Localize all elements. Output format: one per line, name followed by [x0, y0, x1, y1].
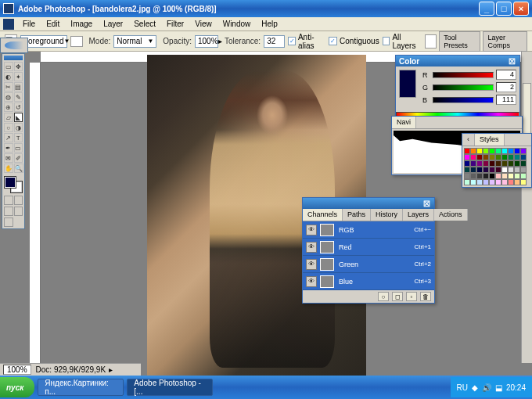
- wand-tool[interactable]: ✦: [14, 72, 23, 81]
- eyedropper-tool[interactable]: ✐: [14, 153, 23, 163]
- swatch[interactable]: [483, 173, 489, 179]
- swatch[interactable]: [514, 160, 520, 167]
- hand-tool[interactable]: ✋: [4, 164, 13, 173]
- opacity-input[interactable]: 100%▸: [195, 35, 218, 48]
- status-arrow-icon[interactable]: ▸: [109, 365, 113, 374]
- bucket-tool[interactable]: ◣: [14, 113, 23, 122]
- navigator-tab[interactable]: Navi: [392, 117, 416, 128]
- swatch[interactable]: [508, 173, 514, 179]
- swatch[interactable]: [501, 179, 508, 185]
- swatch[interactable]: [495, 179, 501, 185]
- swatch[interactable]: [470, 160, 476, 167]
- foreground-color[interactable]: [5, 177, 16, 188]
- swatch[interactable]: [476, 154, 483, 160]
- swatch[interactable]: [489, 154, 495, 160]
- channel-row-blue[interactable]: 👁BlueCtrl+3: [303, 273, 434, 290]
- jump-to-ir[interactable]: [4, 217, 13, 227]
- swatch[interactable]: [483, 154, 489, 160]
- tab-layers[interactable]: Layers: [403, 209, 434, 221]
- channel-row-red[interactable]: 👁RedCtrl+1: [303, 239, 434, 256]
- shape-tool[interactable]: ▭: [14, 143, 23, 153]
- swatch[interactable]: [508, 148, 514, 154]
- swatch[interactable]: [489, 148, 495, 154]
- all-layers-checkbox[interactable]: All Layers: [383, 33, 422, 50]
- channel-row-green[interactable]: 👁GreenCtrl+2: [303, 256, 434, 273]
- b-value[interactable]: 111: [496, 95, 516, 105]
- b-slider[interactable]: [433, 97, 494, 103]
- antialias-checkbox[interactable]: ✓Anti-alias: [288, 33, 325, 50]
- swatch[interactable]: [464, 179, 470, 185]
- notes-tool[interactable]: ✉: [4, 153, 13, 163]
- swatch[interactable]: [476, 179, 483, 185]
- visibility-icon[interactable]: 👁: [306, 276, 317, 287]
- swatch[interactable]: [520, 173, 527, 179]
- layer-comps-tab[interactable]: Layer Comps: [483, 31, 527, 52]
- clock[interactable]: 20:24: [506, 383, 526, 392]
- swatch[interactable]: [464, 167, 470, 173]
- swatch[interactable]: [508, 167, 514, 173]
- color-swatches[interactable]: [4, 176, 23, 193]
- r-value[interactable]: 4: [496, 70, 516, 80]
- swatch[interactable]: [470, 167, 476, 173]
- pen-tool[interactable]: ✒: [4, 143, 13, 153]
- menu-help[interactable]: Help: [256, 18, 283, 30]
- styles-tab[interactable]: Styles: [475, 134, 505, 146]
- slice-tool[interactable]: ▤: [14, 82, 23, 92]
- brush-tool[interactable]: ✎: [14, 92, 23, 102]
- swatch[interactable]: [495, 154, 501, 160]
- toolbox-header[interactable]: [4, 56, 23, 60]
- swatch[interactable]: [508, 154, 514, 160]
- standard-mode[interactable]: [4, 196, 13, 205]
- eraser-tool[interactable]: ▱: [4, 113, 13, 122]
- swatch[interactable]: [514, 154, 520, 160]
- delete-channel-icon[interactable]: 🗑: [420, 292, 431, 301]
- menu-layer[interactable]: Layer: [98, 18, 128, 30]
- swatch[interactable]: [464, 154, 470, 160]
- swatch[interactable]: [520, 179, 527, 185]
- menu-edit[interactable]: Edit: [41, 18, 65, 30]
- menu-window[interactable]: Window: [217, 18, 257, 30]
- swatch[interactable]: [464, 173, 470, 179]
- zoom-field[interactable]: 100%: [3, 365, 31, 375]
- swatch[interactable]: [489, 173, 495, 179]
- swatch[interactable]: [520, 154, 527, 160]
- g-value[interactable]: 2: [496, 82, 516, 92]
- swatch[interactable]: [495, 167, 501, 173]
- menu-select[interactable]: Select: [128, 18, 161, 30]
- color-panel-title[interactable]: Color☒: [396, 56, 519, 66]
- screen-mode-1[interactable]: [4, 207, 13, 216]
- swatch[interactable]: [495, 173, 501, 179]
- brush-presets-icon[interactable]: [425, 34, 437, 49]
- menu-view[interactable]: View: [189, 18, 217, 30]
- stamp-tool[interactable]: ⊕: [4, 102, 13, 112]
- mode-select[interactable]: Normal▼: [113, 35, 156, 48]
- swatch[interactable]: [520, 160, 527, 167]
- language-indicator[interactable]: RU: [457, 383, 468, 392]
- swatch[interactable]: [508, 179, 514, 185]
- crop-tool[interactable]: ✂: [4, 82, 13, 92]
- color-preview[interactable]: [399, 70, 416, 98]
- tab-history[interactable]: History: [371, 209, 403, 221]
- blur-tool[interactable]: ○: [4, 123, 13, 132]
- start-button[interactable]: пуск: [0, 377, 34, 397]
- taskbar-task-1[interactable]: Adobe Photoshop - [...: [127, 379, 213, 396]
- swatch[interactable]: [501, 167, 508, 173]
- swatch[interactable]: [464, 148, 470, 154]
- swatch[interactable]: [495, 148, 501, 154]
- swatch[interactable]: [476, 160, 483, 167]
- swatch[interactable]: [495, 160, 501, 167]
- minimize-button[interactable]: _: [479, 2, 494, 16]
- swatch[interactable]: [501, 173, 508, 179]
- vertical-scrollbar[interactable]: [521, 52, 532, 363]
- swatch[interactable]: [501, 160, 508, 167]
- swatch[interactable]: [514, 179, 520, 185]
- panel-close-icon[interactable]: ☒: [507, 57, 516, 66]
- swatch[interactable]: [483, 167, 489, 173]
- swatch[interactable]: [483, 179, 489, 185]
- panel-close-icon[interactable]: ☒: [422, 200, 431, 208]
- swatch[interactable]: [476, 148, 483, 154]
- visibility-icon[interactable]: 👁: [306, 242, 317, 253]
- swatch[interactable]: [476, 167, 483, 173]
- history-brush-tool[interactable]: ↺: [14, 102, 23, 112]
- heal-tool[interactable]: ◍: [4, 92, 13, 102]
